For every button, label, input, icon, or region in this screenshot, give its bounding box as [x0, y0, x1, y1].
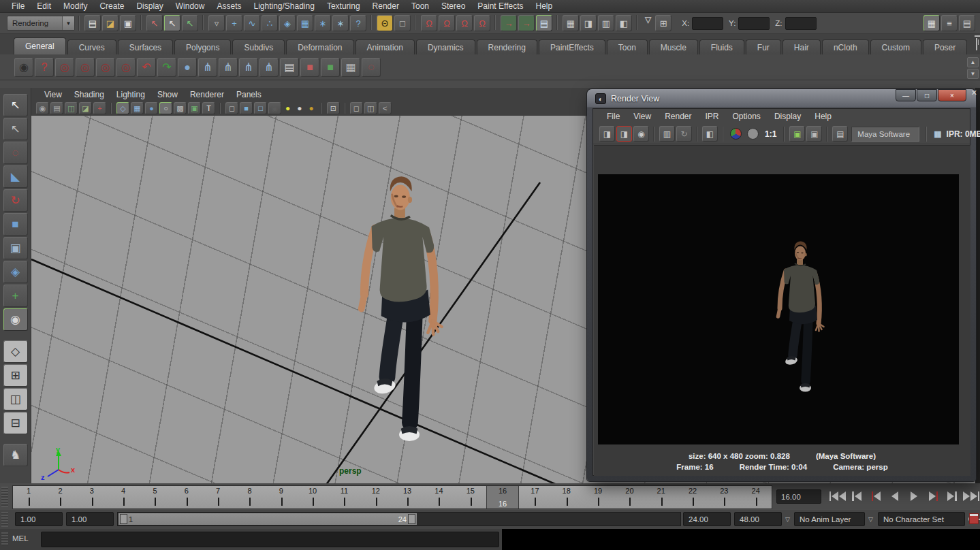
current-time-field[interactable]: 16.00 [776, 489, 821, 504]
output-connections-icon[interactable]: → [518, 15, 535, 31]
hypergraph-icon[interactable]: ▤ [280, 58, 299, 77]
menu-item[interactable]: Paint Effects [471, 0, 529, 13]
ipr-render-icon[interactable]: ▥ [659, 126, 675, 142]
input-connections-icon[interactable]: → [501, 15, 517, 31]
shelf-tab[interactable]: PaintEffects [539, 39, 605, 54]
character-set-field[interactable]: No Character Set [878, 512, 965, 526]
shelf-tab[interactable]: Deformation [286, 39, 353, 54]
play-backwards-button[interactable] [887, 488, 903, 504]
snapshot-icon[interactable]: ◉ [633, 126, 649, 142]
range-end-handle[interactable] [408, 514, 415, 524]
rendered-image[interactable] [598, 174, 959, 444]
all-lights-icon[interactable]: ● [285, 103, 290, 113]
timeline-frame[interactable]: 22 [677, 486, 708, 508]
snap-magnet-grid-icon[interactable]: Ω [421, 15, 437, 31]
alpha-channel-icon[interactable] [747, 128, 759, 140]
render-view-menu-item[interactable]: File [600, 112, 627, 121]
menu-item[interactable]: Toon [405, 0, 435, 13]
joint-display-icon[interactable]: < [379, 102, 392, 114]
chevron-down-icon[interactable]: ▽ [868, 516, 873, 523]
timeline-frame[interactable]: 5 [139, 486, 170, 508]
render-view-icon[interactable]: ▦ [563, 15, 579, 31]
render-current-frame-icon[interactable]: ◨ [599, 126, 615, 142]
timeline-frame[interactable]: 7 [202, 486, 234, 508]
menu-set-dropdown[interactable]: Rendering ▼ [7, 16, 75, 31]
render-view-menu-item[interactable]: View [627, 112, 658, 121]
new-scene-icon[interactable]: ▤ [84, 15, 101, 31]
absolute-transform-icon[interactable]: ⊞ [655, 15, 671, 31]
make-live-icon[interactable]: ▦ [297, 15, 313, 31]
time-slider[interactable]: 123456789101112131415161718192021222324 [12, 485, 772, 509]
play-forwards-button[interactable] [906, 488, 922, 504]
step-forward-frame-button[interactable] [925, 488, 941, 504]
shelf-tab[interactable]: Toon [607, 39, 648, 54]
timeline-frame[interactable]: 3 [76, 486, 108, 508]
timeline-frame[interactable]: 14 [423, 486, 454, 508]
wireframe-mode-icon[interactable]: ◇ [116, 102, 129, 114]
camera-attributes-icon[interactable]: ▤ [50, 102, 63, 114]
timeline-frame[interactable]: 8 [234, 486, 265, 508]
zoom-one-to-one-label[interactable]: 1:1 [765, 129, 776, 139]
close-button[interactable]: × [938, 89, 966, 101]
rgb-channels-icon[interactable] [730, 128, 742, 140]
close-icon[interactable]: ✕ [971, 88, 977, 97]
snap-center-icon[interactable]: ∗ [315, 15, 331, 31]
particle-snap-icon[interactable]: ∗ [332, 15, 349, 31]
shelf-tab[interactable]: General [14, 37, 66, 54]
shaded-cube-icon[interactable]: ■ [240, 102, 253, 114]
maya-mascot-icon[interactable]: ♞ [3, 444, 28, 466]
snap-curve-icon[interactable]: ∿ [244, 15, 260, 31]
animation-start-field[interactable]: 1.00 [15, 512, 63, 526]
timeline-frame[interactable]: 2 [44, 486, 76, 508]
timeline-frame[interactable]: 9 [266, 486, 297, 508]
isolate-select-icon[interactable]: ◻ [350, 102, 363, 114]
persp-outliner-layout-icon[interactable]: ◫ [3, 388, 28, 410]
shelf-tab[interactable]: Curves [67, 39, 116, 54]
paint-scripts-tool-icon[interactable]: ◌ [362, 58, 381, 77]
save-scene-icon[interactable]: ▣ [120, 15, 136, 31]
timeline-frame[interactable]: 18 [551, 486, 582, 508]
shelf-tab[interactable]: Muscle [649, 39, 698, 54]
region-render-icon[interactable]: ◧ [702, 126, 718, 142]
image-plane-icon[interactable]: ◪ [79, 102, 92, 114]
ipr-render-icon[interactable]: ▥ [598, 15, 614, 31]
command-input[interactable] [41, 532, 499, 547]
snap-magnet-plane-icon[interactable]: Ω [474, 15, 490, 31]
tool-settings-toggle-icon[interactable]: ≡ [941, 15, 958, 31]
quick-help-icon[interactable]: ? [350, 15, 366, 31]
chevron-down-icon[interactable]: ▼ [62, 16, 74, 30]
range-slider-groove[interactable]: 1 24 [117, 512, 681, 526]
panel-menu-item[interactable]: Shading [68, 90, 110, 99]
render-settings-icon[interactable]: ◧ [616, 15, 632, 31]
shelf-tab[interactable]: Poser [923, 39, 967, 54]
show-manipulator-icon[interactable]: + [3, 285, 28, 307]
selection-highlight-icon[interactable]: ⊡ [327, 102, 340, 114]
maximize-button[interactable]: □ [917, 89, 937, 101]
delete-shelf-item-target[interactable] [976, 38, 977, 50]
snap-magnet-curve-icon[interactable]: Ω [439, 15, 455, 31]
flat-light-icon[interactable]: ● [297, 103, 302, 113]
render-view-menu-item[interactable]: Options [726, 112, 768, 121]
render-view-menu-item[interactable]: Help [808, 112, 838, 121]
snap-point-icon[interactable]: ∴ [262, 15, 278, 31]
menu-item[interactable]: Modify [57, 0, 93, 13]
timeline-frame[interactable]: 13 [392, 486, 423, 508]
select-hierarchy-icon[interactable]: ↖ [146, 15, 163, 31]
render-view-menu-item[interactable]: Render [658, 112, 698, 121]
menu-item[interactable]: Assets [210, 0, 247, 13]
persp-graph-layout-icon[interactable]: ⊟ [3, 412, 28, 434]
snap-plane-icon[interactable]: ◈ [279, 15, 296, 31]
keep-image-icon[interactable]: ▣ [789, 126, 805, 142]
step-back-key-button[interactable] [849, 488, 865, 504]
parent-icon[interactable]: ⋔ [219, 58, 238, 77]
move-tool-icon[interactable]: ◣ [3, 165, 28, 188]
lasso-tool-icon[interactable]: ↖ [3, 118, 28, 140]
menu-item[interactable]: Create [93, 0, 130, 13]
highlight-selection-icon[interactable]: □ [394, 15, 411, 31]
panel-menu-item[interactable]: Panels [230, 90, 268, 99]
unparent-icon[interactable]: ⋔ [259, 58, 279, 77]
menu-item[interactable]: Lighting/Shading [247, 0, 320, 13]
ipr-memory-label[interactable]: IPR: 0MB [947, 129, 980, 139]
range-start-handle[interactable] [120, 514, 127, 524]
animation-end-field[interactable]: 48.00 [734, 512, 782, 526]
